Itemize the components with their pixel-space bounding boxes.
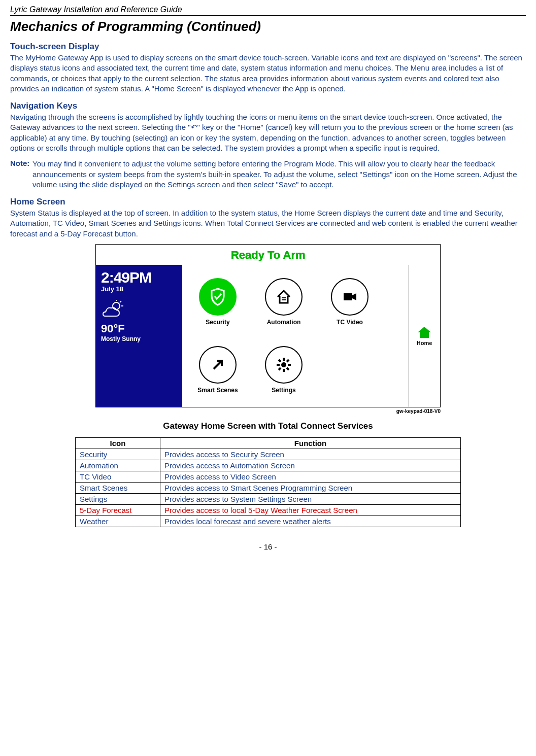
home-label: Home [417,340,432,346]
gear-icon [265,346,303,384]
th-icon: Icon [76,437,160,449]
security-label: Security [206,319,229,326]
table-row: SecurityProvides access to Security Scre… [76,449,461,460]
shield-icon [199,278,237,316]
clock-time: 2:49PM [101,269,177,286]
section-touchscreen-heading: Touch-screen Display [10,42,526,52]
document-header: Lyric Gateway Installation and Reference… [10,5,526,16]
note-block: Note: You may find it convenient to adju… [10,158,526,190]
page-number: - 16 - [10,542,526,551]
svg-line-14 [279,368,281,370]
home-button[interactable]: Home [417,326,432,346]
section-nav-heading: Navigation Keys [10,101,526,111]
icon-row-2: Smart Scenes Settings [192,346,403,394]
section-home-body: System Status is displayed at the top of… [10,208,526,239]
house-list-icon [265,278,303,316]
svg-rect-6 [344,293,352,300]
image-tag: gw-keypad-018-V0 [95,408,441,414]
home-screen-figure: Ready To Arm 2:49PM July 18 90°F Mostly … [95,244,441,414]
section-touchscreen-body: The MyHome Gateway App is used to displa… [10,53,526,94]
table-row: WeatherProvides local forecast and sever… [76,516,461,527]
arrow-icon [199,346,237,384]
note-body: You may find it convenient to adjust the… [32,159,526,190]
clock-date: July 18 [101,285,177,293]
table-header-row: Icon Function [76,437,461,449]
svg-point-7 [281,362,286,367]
page-title: Mechanics of Programming (Continued) [10,19,526,35]
table-row: Smart ScenesProvides access to Smart Sce… [76,482,461,493]
smartscenes-button[interactable]: Smart Scenes [192,346,243,394]
smartscenes-label: Smart Scenes [197,387,238,394]
svg-line-13 [287,368,289,370]
svg-line-12 [279,360,281,362]
left-panel: 2:49PM July 18 90°F Mostly Sunny [96,265,182,407]
weather-icon [101,300,123,319]
svg-point-0 [113,302,120,310]
video-icon [331,278,368,316]
section-home-heading: Home Screen [10,197,526,207]
center-panel: Security Automation TC Video [182,265,408,407]
home-icon [417,326,432,339]
settings-label: Settings [272,387,295,394]
status-bar: Ready To Arm [96,245,440,265]
section-nav-body: Navigating through the screens is accomp… [10,112,526,153]
table-row: TC VideoProvides access to Video Screen [76,471,461,482]
weather-condition: Mostly Sunny [101,335,177,342]
table-row: 5-Day ForecastProvides access to local 5… [76,504,461,516]
note-label: Note: [10,159,29,167]
settings-button[interactable]: Settings [258,346,309,394]
th-function: Function [160,437,461,449]
temperature: 90°F [101,322,177,335]
tcvideo-label: TC Video [337,319,363,326]
figure-caption: Gateway Home Screen with Total Connect S… [10,421,526,431]
function-table: Icon Function SecurityProvides access to… [75,437,461,527]
table-row: SettingsProvides access to System Settin… [76,493,461,504]
svg-line-15 [287,360,289,362]
automation-button[interactable]: Automation [258,278,309,326]
screen-body: 2:49PM July 18 90°F Mostly Sunny [96,265,440,407]
security-button[interactable]: Security [192,278,243,326]
svg-line-3 [120,301,121,302]
device-screen: Ready To Arm 2:49PM July 18 90°F Mostly … [95,244,441,407]
icon-row-1: Security Automation TC Video [192,278,403,326]
right-panel: Home [408,265,440,407]
automation-label: Automation [267,319,301,326]
tcvideo-button[interactable]: TC Video [324,278,375,326]
table-row: AutomationProvides access to Automation … [76,460,461,471]
